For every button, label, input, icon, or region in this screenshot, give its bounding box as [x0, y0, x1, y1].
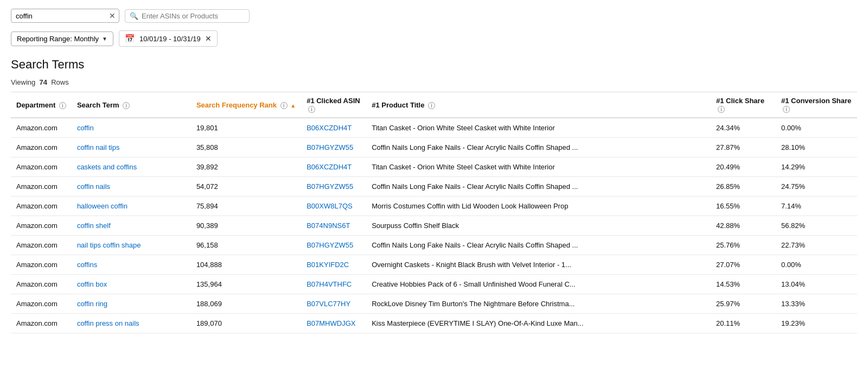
cell-asin[interactable]: B06XCZDH4T	[301, 118, 366, 138]
cell-rank: 19,801	[191, 118, 301, 138]
asin-link[interactable]: B07HGYZW55	[307, 182, 353, 191]
cell-asin[interactable]: B07HGYZW55	[301, 236, 366, 255]
cell-conversion-share: 13.04%	[776, 275, 857, 294]
date-range-value: 10/01/19 - 10/31/19	[139, 35, 201, 43]
cell-department: Amazon.com	[11, 177, 72, 197]
table-header-row: Department i Search Term i Search Freque…	[11, 92, 857, 118]
cell-search-term[interactable]: halloween coffin	[72, 197, 191, 216]
rows-suffix: Rows	[51, 78, 69, 86]
asin-link[interactable]: B06XCZDH4T	[307, 163, 352, 171]
cell-search-term[interactable]: coffin nail tips	[72, 138, 191, 157]
cell-click-share: 14.53%	[711, 275, 776, 294]
asin-link[interactable]: B07HGYZW55	[307, 241, 353, 249]
asin-search-input[interactable]	[142, 12, 245, 20]
table-row: Amazon.com halloween coffin 75,894 B00XW…	[11, 197, 857, 216]
cell-search-term[interactable]: coffin ring	[72, 294, 191, 314]
cell-rank: 135,964	[191, 275, 301, 294]
dropdown-arrow-icon: ▼	[102, 36, 107, 42]
cell-asin[interactable]: B06XCZDH4T	[301, 157, 366, 177]
clear-search-icon[interactable]: ✕	[109, 11, 116, 20]
cell-search-term[interactable]: coffins	[72, 255, 191, 275]
row-count: 74	[40, 78, 47, 86]
conversion-share-info-icon[interactable]: i	[783, 106, 790, 113]
search-term-link[interactable]: caskets and coffins	[77, 163, 137, 171]
product-title-info-icon[interactable]: i	[428, 102, 435, 109]
col-header-clicked-asin: #1 Clicked ASIN i	[301, 92, 366, 118]
cell-search-term[interactable]: nail tips coffin shape	[72, 236, 191, 255]
clear-date-icon[interactable]: ✕	[205, 34, 212, 43]
asin-link[interactable]: B07H4VTHFC	[307, 280, 352, 288]
cell-rank: 104,888	[191, 255, 301, 275]
asin-link[interactable]: B00XW8L7QS	[307, 202, 353, 210]
asin-link[interactable]: B07HGYZW55	[307, 143, 353, 151]
cell-search-term[interactable]: coffin box	[72, 275, 191, 294]
search-term-link[interactable]: coffin nails	[77, 182, 110, 191]
cell-asin[interactable]: B07VLC77HY	[301, 294, 366, 314]
search-term-link[interactable]: halloween coffin	[77, 202, 127, 210]
cell-department: Amazon.com	[11, 157, 72, 177]
cell-conversion-share: 0.00%	[776, 255, 857, 275]
search-term-link[interactable]: coffin box	[77, 280, 107, 288]
clicked-asin-info-icon[interactable]: i	[308, 106, 315, 113]
cell-department: Amazon.com	[11, 294, 72, 314]
department-info-icon[interactable]: i	[59, 102, 66, 109]
cell-asin[interactable]: B07HGYZW55	[301, 138, 366, 157]
search-term-info-icon[interactable]: i	[123, 102, 130, 109]
search-terms-table: Department i Search Term i Search Freque…	[11, 92, 857, 333]
asin-link[interactable]: B06XCZDH4T	[307, 124, 352, 132]
click-share-info-icon[interactable]: i	[718, 106, 725, 113]
cell-click-share: 25.97%	[711, 294, 776, 314]
col-header-product-title: #1 Product Title i	[366, 92, 711, 118]
cell-click-share: 24.34%	[711, 118, 776, 138]
col-header-department: Department i	[11, 92, 72, 118]
search-term-link[interactable]: coffin shelf	[77, 222, 111, 230]
cell-search-term[interactable]: coffin	[72, 118, 191, 138]
cell-department: Amazon.com	[11, 255, 72, 275]
cell-asin[interactable]: B01KYIFD2C	[301, 255, 366, 275]
cell-search-term[interactable]: coffin press on nails	[72, 314, 191, 333]
table-row: Amazon.com coffin nail tips 35,808 B07HG…	[11, 138, 857, 157]
keyword-search-input[interactable]	[16, 12, 107, 20]
cell-asin[interactable]: B07HGYZW55	[301, 177, 366, 197]
asin-link[interactable]: B07MHWDJGX	[307, 319, 355, 327]
cell-conversion-share: 13.33%	[776, 294, 857, 314]
cell-asin[interactable]: B07H4VTHFC	[301, 275, 366, 294]
rank-info-icon[interactable]: i	[280, 102, 288, 109]
col-header-rank[interactable]: Search Frequency Rank i ▲	[191, 92, 301, 118]
search-term-link[interactable]: coffins	[77, 261, 97, 269]
cell-rank: 188,069	[191, 294, 301, 314]
cell-conversion-share: 24.75%	[776, 177, 857, 197]
viewing-rows-label: Viewing 74 Rows	[11, 78, 857, 86]
cell-department: Amazon.com	[11, 118, 72, 138]
keyword-search-box[interactable]: ✕	[11, 9, 119, 23]
top-controls: ✕ 🔍	[11, 9, 857, 23]
cell-conversion-share: 22.73%	[776, 236, 857, 255]
reporting-range-label: Reporting Range: Monthly	[17, 35, 99, 43]
col-header-search-term: Search Term i	[72, 92, 191, 118]
search-term-link[interactable]: coffin nail tips	[77, 143, 120, 151]
reporting-range-button[interactable]: Reporting Range: Monthly ▼	[11, 31, 113, 46]
search-term-link[interactable]: coffin	[77, 124, 94, 132]
asin-search-box[interactable]: 🔍	[125, 9, 250, 23]
cell-rank: 54,072	[191, 177, 301, 197]
cell-product-title: RockLove Disney Tim Burton's The Nightma…	[366, 294, 711, 314]
cell-search-term[interactable]: coffin shelf	[72, 216, 191, 236]
search-term-link[interactable]: coffin press on nails	[77, 319, 139, 327]
asin-link[interactable]: B01KYIFD2C	[307, 261, 349, 269]
table-row: Amazon.com coffin shelf 90,389 B074N9NS6…	[11, 216, 857, 236]
date-range-box[interactable]: 📅 10/01/19 - 10/31/19 ✕	[119, 30, 218, 47]
asin-link[interactable]: B07VLC77HY	[307, 300, 350, 308]
cell-asin[interactable]: B07MHWDJGX	[301, 314, 366, 333]
cell-conversion-share: 28.10%	[776, 138, 857, 157]
cell-conversion-share: 19.23%	[776, 314, 857, 333]
search-term-link[interactable]: coffin ring	[77, 300, 107, 308]
asin-link[interactable]: B074N9NS6T	[307, 222, 350, 230]
search-term-link[interactable]: nail tips coffin shape	[77, 241, 141, 249]
sort-arrow-icon: ▲	[290, 103, 296, 109]
cell-search-term[interactable]: caskets and coffins	[72, 157, 191, 177]
cell-asin[interactable]: B00XW8L7QS	[301, 197, 366, 216]
cell-asin[interactable]: B074N9NS6T	[301, 216, 366, 236]
cell-search-term[interactable]: coffin nails	[72, 177, 191, 197]
cell-conversion-share: 14.29%	[776, 157, 857, 177]
cell-click-share: 27.87%	[711, 138, 776, 157]
